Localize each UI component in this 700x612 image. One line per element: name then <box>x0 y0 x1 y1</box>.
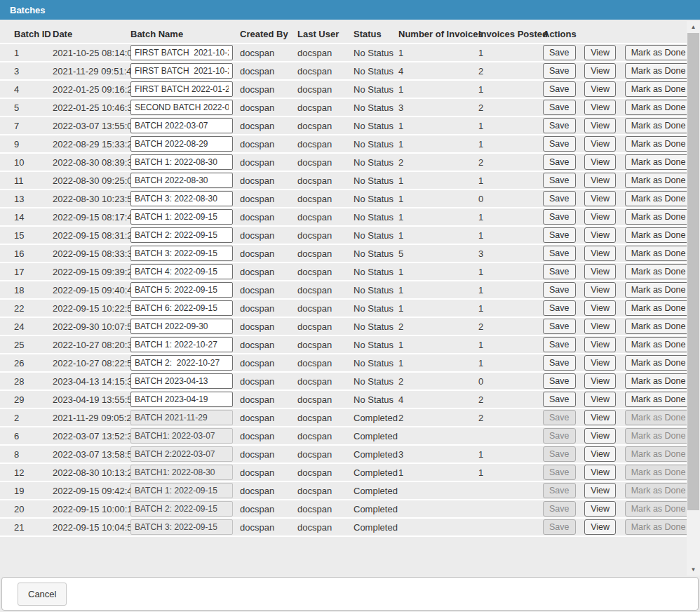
mark-as-done-button[interactable]: Mark as Done <box>625 392 687 407</box>
view-button[interactable]: View <box>584 428 616 444</box>
cell-created-by: docspan <box>240 500 297 518</box>
batch-name-input[interactable] <box>130 45 233 60</box>
save-button[interactable]: Save <box>543 191 576 206</box>
mark-as-done-button[interactable]: Mark as Done <box>625 319 687 334</box>
batch-name-input[interactable] <box>130 154 233 170</box>
table-row: 21 2022-09-15 10:04:54 docspan docspan C… <box>0 518 687 536</box>
save-button[interactable]: Save <box>543 227 576 243</box>
view-button[interactable]: View <box>584 501 616 517</box>
mark-as-done-button[interactable]: Mark as Done <box>625 300 687 316</box>
mark-as-done-button[interactable]: Mark as Done <box>625 100 687 115</box>
save-button[interactable]: Save <box>543 45 576 60</box>
scrollbar-down-arrow-icon[interactable]: ▼ <box>687 564 700 576</box>
mark-as-done-button[interactable]: Mark as Done <box>625 191 687 206</box>
cell-batch-name <box>130 518 240 536</box>
mark-as-done-button[interactable]: Mark as Done <box>625 209 687 225</box>
mark-as-done-button[interactable]: Mark as Done <box>625 63 687 79</box>
mark-as-done-button: Mark as Done <box>625 501 687 517</box>
view-button[interactable]: View <box>584 118 616 133</box>
table-row: 25 2022-10-27 08:20:34 docspan docspan N… <box>0 335 687 354</box>
view-button[interactable]: View <box>584 392 616 407</box>
batch-name-input[interactable] <box>130 282 233 298</box>
save-button[interactable]: Save <box>543 63 576 79</box>
save-button[interactable]: Save <box>543 373 576 389</box>
mark-as-done-button[interactable]: Mark as Done <box>625 173 687 188</box>
batch-name-input[interactable] <box>130 173 233 188</box>
save-button[interactable]: Save <box>543 136 576 152</box>
cell-invoices-posted <box>478 481 543 500</box>
view-button[interactable]: View <box>584 282 616 298</box>
view-button[interactable]: View <box>584 319 616 334</box>
batch-name-input[interactable] <box>130 63 233 79</box>
batch-name-input[interactable] <box>130 227 233 243</box>
save-button[interactable]: Save <box>543 282 576 298</box>
mark-as-done-button[interactable]: Mark as Done <box>625 154 687 170</box>
batch-name-input <box>130 465 233 480</box>
save-button[interactable]: Save <box>543 173 576 188</box>
save-button[interactable]: Save <box>543 246 576 261</box>
view-button[interactable]: View <box>584 227 616 243</box>
view-button[interactable]: View <box>584 410 616 425</box>
batch-name-input[interactable] <box>130 319 233 334</box>
batch-name-input[interactable] <box>130 209 233 225</box>
view-button[interactable]: View <box>584 45 616 60</box>
view-button[interactable]: View <box>584 373 616 389</box>
view-button[interactable]: View <box>584 483 616 498</box>
save-button[interactable]: Save <box>543 355 576 371</box>
view-button[interactable]: View <box>584 154 616 170</box>
mark-as-done-button[interactable]: Mark as Done <box>625 355 687 371</box>
save-button[interactable]: Save <box>543 319 576 334</box>
mark-as-done-button[interactable]: Mark as Done <box>625 246 687 261</box>
mark-as-done-button[interactable]: Mark as Done <box>625 136 687 152</box>
batch-name-input[interactable] <box>130 392 233 407</box>
batch-name-input[interactable] <box>130 100 233 115</box>
view-button[interactable]: View <box>584 446 616 462</box>
view-button[interactable]: View <box>584 209 616 225</box>
view-button[interactable]: View <box>584 465 616 480</box>
view-button[interactable]: View <box>584 337 616 352</box>
save-button[interactable]: Save <box>543 337 576 352</box>
view-button[interactable]: View <box>584 100 616 115</box>
mark-as-done-button[interactable]: Mark as Done <box>625 227 687 243</box>
mark-as-done-button[interactable]: Mark as Done <box>625 264 687 279</box>
scrollbar-thumb[interactable] <box>687 33 699 510</box>
save-button[interactable]: Save <box>543 209 576 225</box>
batch-name-input[interactable] <box>130 355 233 371</box>
mark-as-done-button[interactable]: Mark as Done <box>625 337 687 352</box>
save-button[interactable]: Save <box>543 100 576 115</box>
cancel-button[interactable]: Cancel <box>18 583 67 606</box>
view-button[interactable]: View <box>584 246 616 261</box>
vertical-scrollbar[interactable]: ▲ ▼ <box>687 21 700 576</box>
view-button[interactable]: View <box>584 355 616 371</box>
save-button[interactable]: Save <box>543 154 576 170</box>
view-button[interactable]: View <box>584 191 616 206</box>
batch-name-input[interactable] <box>130 191 233 206</box>
save-button[interactable]: Save <box>543 81 576 97</box>
view-button[interactable]: View <box>584 300 616 316</box>
view-button[interactable]: View <box>584 519 616 535</box>
mark-as-done-button[interactable]: Mark as Done <box>625 45 687 60</box>
mark-as-done-button[interactable]: Mark as Done <box>625 373 687 389</box>
save-button[interactable]: Save <box>543 300 576 316</box>
batch-name-input[interactable] <box>130 264 233 279</box>
batch-name-input[interactable] <box>130 373 233 389</box>
view-button[interactable]: View <box>584 173 616 188</box>
cell-invoices-posted <box>478 518 543 536</box>
mark-as-done-button[interactable]: Mark as Done <box>625 118 687 133</box>
mark-as-done-button[interactable]: Mark as Done <box>625 81 687 97</box>
batch-name-input[interactable] <box>130 118 233 133</box>
batch-name-input[interactable] <box>130 246 233 261</box>
batch-name-input[interactable] <box>130 337 233 352</box>
save-button[interactable]: Save <box>543 264 576 279</box>
mark-as-done-button[interactable]: Mark as Done <box>625 282 687 298</box>
view-button[interactable]: View <box>584 63 616 79</box>
batch-name-input[interactable] <box>130 136 233 152</box>
view-button[interactable]: View <box>584 136 616 152</box>
save-button[interactable]: Save <box>543 118 576 133</box>
scrollbar-up-arrow-icon[interactable]: ▲ <box>687 21 700 33</box>
view-button[interactable]: View <box>584 264 616 279</box>
batch-name-input[interactable] <box>130 81 233 97</box>
batch-name-input[interactable] <box>130 300 233 316</box>
view-button[interactable]: View <box>584 81 616 97</box>
save-button[interactable]: Save <box>543 392 576 407</box>
